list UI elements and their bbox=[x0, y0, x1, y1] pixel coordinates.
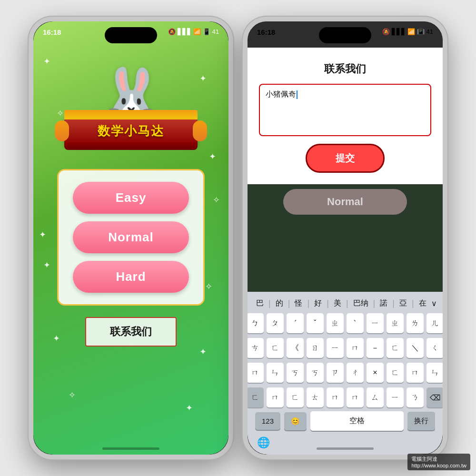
suggestion-ya[interactable]: 亞 bbox=[397, 298, 410, 309]
menu-box: Easy Normal Hard bbox=[57, 169, 205, 306]
dynamic-island-right bbox=[319, 27, 371, 43]
crown-scroll-left bbox=[55, 120, 69, 141]
key-x[interactable]: × bbox=[367, 363, 384, 383]
textarea-wrapper: 小猪佩奇 bbox=[259, 84, 431, 136]
key-q[interactable]: ㄑ bbox=[426, 338, 443, 358]
key-shift[interactable]: ㄈ bbox=[248, 387, 264, 407]
key-zh2[interactable]: ㄓ bbox=[387, 313, 404, 333]
key-emoji[interactable]: 😊 bbox=[284, 412, 307, 430]
contact-button[interactable]: 联系我们 bbox=[85, 317, 177, 347]
watermark-url: http://www.koop.com.tw bbox=[411, 463, 466, 468]
key-m6[interactable]: ㄇ bbox=[347, 387, 364, 407]
status-time-left: 16:18 bbox=[43, 28, 61, 36]
watermark: 電腦主阿達 http://www.koop.com.tw bbox=[407, 454, 470, 470]
suggestion-bana[interactable]: 巴纳 bbox=[350, 298, 371, 309]
key-delete[interactable]: ⌫ bbox=[426, 387, 443, 407]
home-indicator-left bbox=[102, 447, 159, 450]
crown-banner: 数学小马达 bbox=[64, 117, 198, 155]
right-screen: 联系我们 小猪佩奇 提交 Normal 巴 | 的 | bbox=[248, 21, 443, 455]
right-phone: 16:18 🔕 ▋▋▋ 📶 📳 41 联系我们 小猪佩奇 提交 Normal bbox=[243, 17, 447, 459]
kb-row-1: ㄅ ㄆ ˊ ˇ ㄓ ˋ ㄧ ㄓ ㄌ ㄦ bbox=[249, 313, 441, 333]
input-text: 小猪佩奇 bbox=[266, 90, 296, 98]
key-m3[interactable]: ㄇ bbox=[407, 363, 424, 383]
key-c[interactable]: ㄘ bbox=[248, 338, 264, 358]
normal-button-dark: Normal bbox=[283, 189, 407, 215]
key-s[interactable]: ㄙ bbox=[367, 387, 384, 407]
key-lq[interactable]: 《 bbox=[287, 338, 304, 358]
key-m[interactable]: ㄇ bbox=[347, 338, 364, 358]
key-m4[interactable]: ㄇ bbox=[267, 387, 284, 407]
expand-icon[interactable]: ∨ bbox=[431, 299, 437, 308]
key-n[interactable]: ㄋ bbox=[407, 387, 424, 407]
key-ri[interactable]: ㄖ bbox=[307, 338, 324, 358]
key-b[interactable]: ㄅ bbox=[248, 313, 264, 333]
key-tone3[interactable]: ˇ bbox=[307, 313, 324, 333]
key-space[interactable]: 空格 bbox=[310, 411, 404, 431]
kb-bottom-row: 123 😊 空格 换行 bbox=[249, 407, 441, 433]
crown-base: 数学小马达 bbox=[64, 117, 198, 145]
app-title: 数学小马达 bbox=[98, 123, 164, 139]
key-en2[interactable]: ㄣ bbox=[426, 363, 443, 383]
dark-area: Normal bbox=[248, 184, 443, 292]
key-k2[interactable]: ㄎ bbox=[307, 363, 324, 383]
left-phone: 16:18 🔕 ▋▋▋ 📶 📳 41 ✦ ✦ ✧ ✦ ✦ ✧ ✦ ✦ ✧ ✦ ✧… bbox=[29, 17, 233, 459]
key-zh[interactable]: ㄓ bbox=[327, 313, 344, 333]
crown-scroll-right bbox=[193, 120, 207, 141]
key-m2[interactable]: ㄇ bbox=[248, 363, 264, 383]
kb-row-2: ㄘ ㄈ 《 ㄖ ㄧ ㄇ － ㄈ ＼ ㄑ bbox=[249, 338, 441, 358]
key-f2[interactable]: ㄈ bbox=[387, 338, 404, 358]
watermark-text: 電腦主阿達 bbox=[411, 456, 437, 462]
key-z[interactable]: ㄗ bbox=[327, 363, 344, 383]
status-icons-right: 🔕 ▋▋▋ 📶 📳 41 bbox=[382, 28, 433, 35]
key-bs[interactable]: ＼ bbox=[407, 338, 424, 358]
suggestion-ba1[interactable]: 巴 bbox=[253, 298, 267, 309]
key-f3[interactable]: ㄈ bbox=[387, 363, 404, 383]
key-en[interactable]: ㄣ bbox=[267, 363, 284, 383]
key-return[interactable]: 换行 bbox=[407, 412, 435, 430]
home-indicator-right bbox=[317, 447, 374, 450]
key-ch[interactable]: ㄔ bbox=[347, 363, 364, 383]
contact-input[interactable]: 小猪佩奇 bbox=[259, 84, 431, 136]
normal-button[interactable]: Normal bbox=[73, 221, 189, 253]
key-yi3[interactable]: ㄧ bbox=[387, 387, 404, 407]
title-area: 🐰 数学小马达 bbox=[64, 50, 198, 155]
kb-row-3: ㄇ ㄣ ㄎ ㄎ ㄗ ㄔ × ㄈ ㄇ ㄣ bbox=[249, 363, 441, 383]
key-dash[interactable]: － bbox=[367, 338, 384, 358]
key-r[interactable]: ㄦ bbox=[426, 313, 443, 333]
dynamic-island-left bbox=[105, 27, 157, 43]
modal-area: 联系我们 小猪佩奇 提交 bbox=[248, 48, 443, 184]
submit-button[interactable]: 提交 bbox=[306, 144, 385, 173]
left-screen: ✦ ✦ ✧ ✦ ✦ ✧ ✦ ✦ ✧ ✦ ✧ ✦ 🐰 bbox=[33, 21, 228, 455]
status-icons-left: 🔕 ▋▋▋ 📶 📳 41 bbox=[168, 28, 219, 35]
modal-title: 联系我们 bbox=[324, 62, 366, 76]
key-f[interactable]: ㄈ bbox=[267, 338, 284, 358]
key-yi2[interactable]: ㄧ bbox=[327, 338, 344, 358]
key-tone2[interactable]: ˊ bbox=[287, 313, 304, 333]
kb-row-4: ㄈ ㄇ ㄈ ㄊ ㄇ ㄇ ㄙ ㄧ ㄋ ⌫ bbox=[249, 387, 441, 407]
suggestion-nuo[interactable]: 諾 bbox=[377, 298, 390, 309]
key-k[interactable]: ㄎ bbox=[287, 363, 304, 383]
key-p[interactable]: ㄆ bbox=[267, 313, 284, 333]
suggestion-hao[interactable]: 好 bbox=[311, 298, 325, 309]
suggestion-de[interactable]: 的 bbox=[273, 298, 286, 309]
key-tone4[interactable]: ˋ bbox=[347, 313, 364, 333]
easy-button[interactable]: Easy bbox=[73, 182, 189, 214]
key-yi[interactable]: ㄧ bbox=[367, 313, 384, 333]
key-t[interactable]: ㄊ bbox=[307, 387, 324, 407]
keyboard: 巴 | 的 | 怪 | 好 | 美 | 巴纳 | 諾 | 亞 | 在 bbox=[248, 292, 443, 455]
key-m5[interactable]: ㄇ bbox=[327, 387, 344, 407]
keyboard-suggestions: 巴 | 的 | 怪 | 好 | 美 | 巴纳 | 諾 | 亞 | 在 bbox=[249, 296, 441, 313]
key-l[interactable]: ㄌ bbox=[407, 313, 424, 333]
globe-key[interactable]: 🌐 bbox=[257, 436, 270, 449]
key-f4[interactable]: ㄈ bbox=[287, 387, 304, 407]
status-time-right: 16:18 bbox=[257, 28, 275, 36]
text-cursor bbox=[297, 90, 298, 99]
keyboard-rows: ㄅ ㄆ ˊ ˇ ㄓ ˋ ㄧ ㄓ ㄌ ㄦ ㄘ ㄈ 《 bbox=[249, 313, 441, 407]
key-123[interactable]: 123 bbox=[255, 412, 280, 430]
suggestion-mei[interactable]: 美 bbox=[331, 298, 344, 309]
suggestion-guai[interactable]: 怪 bbox=[292, 298, 305, 309]
hard-button[interactable]: Hard bbox=[73, 261, 189, 293]
suggestion-zai[interactable]: 在 bbox=[416, 298, 429, 309]
